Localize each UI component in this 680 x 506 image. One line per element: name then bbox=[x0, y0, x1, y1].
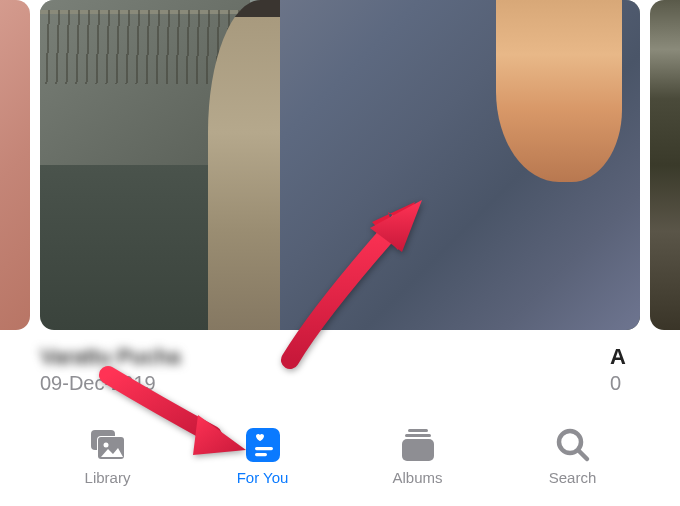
previous-memory-peek[interactable] bbox=[0, 0, 30, 330]
memory-date: 09-Dec-2019 bbox=[40, 372, 610, 395]
albums-icon bbox=[397, 426, 439, 464]
next-memory-date-partial: 0 bbox=[610, 372, 640, 395]
next-memory-peek[interactable] bbox=[650, 0, 680, 330]
svg-rect-8 bbox=[405, 434, 431, 437]
tab-library-label: Library bbox=[85, 469, 131, 486]
tab-for-you[interactable]: For You bbox=[223, 426, 303, 486]
search-icon bbox=[552, 426, 594, 464]
tab-albums[interactable]: Albums bbox=[378, 426, 458, 486]
memory-metadata: Varattu Pucha 09-Dec-2019 A 0 bbox=[0, 330, 680, 395]
memory-photo-row bbox=[0, 0, 680, 330]
tab-albums-label: Albums bbox=[392, 469, 442, 486]
svg-rect-6 bbox=[255, 453, 267, 456]
svg-line-11 bbox=[579, 451, 587, 459]
tab-search[interactable]: Search bbox=[533, 426, 613, 486]
tab-for-you-label: For You bbox=[237, 469, 289, 486]
library-icon bbox=[87, 426, 129, 464]
for-you-icon bbox=[242, 426, 284, 464]
next-memory-title-partial: A bbox=[610, 344, 640, 370]
memory-title: Varattu Pucha bbox=[40, 344, 610, 370]
svg-point-3 bbox=[103, 443, 108, 448]
svg-rect-5 bbox=[255, 447, 273, 450]
tab-library[interactable]: Library bbox=[68, 426, 148, 486]
memory-photo[interactable] bbox=[40, 0, 640, 330]
svg-rect-9 bbox=[402, 439, 434, 461]
bottom-tab-bar: Library For You Albums bbox=[0, 416, 680, 506]
tab-search-label: Search bbox=[549, 469, 597, 486]
svg-rect-4 bbox=[246, 428, 280, 462]
svg-rect-7 bbox=[408, 429, 428, 432]
